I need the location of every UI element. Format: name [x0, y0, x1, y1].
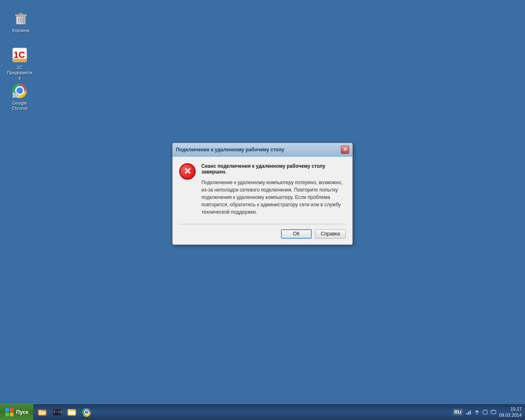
taskbar-explorer-icon[interactable] — [35, 405, 49, 419]
taskbar: Пуск C:\>_ — [0, 404, 525, 420]
clock-time: 15:17 — [510, 406, 522, 412]
explorer-icon — [37, 407, 47, 417]
tray-icon-2[interactable] — [482, 409, 488, 415]
start-button[interactable]: Пуск — [0, 404, 34, 420]
dialog-body: ✕ Сеанс подключения к удаленному рабочем… — [173, 157, 352, 222]
tray-network-icon[interactable] — [466, 409, 472, 415]
svg-rect-39 — [491, 411, 496, 414]
svg-point-32 — [85, 411, 88, 414]
tray-icon-3[interactable] — [490, 409, 497, 415]
clock-date: 09.03.2014 — [499, 412, 522, 418]
dialog-title: Подключение к удаленному рабочему столу — [176, 147, 284, 153]
taskbar-right: RU — [450, 406, 525, 418]
taskbar-cmd-icon[interactable]: C:\>_ — [50, 405, 64, 419]
svg-rect-29 — [68, 411, 75, 415]
svg-rect-33 — [466, 413, 468, 415]
dialog-close-button[interactable]: ✕ — [341, 146, 349, 154]
system-tray — [466, 409, 497, 415]
svg-rect-28 — [68, 409, 71, 411]
taskbar-chrome-icon[interactable] — [80, 405, 94, 419]
clock[interactable]: 15:17 09.03.2014 — [499, 406, 522, 418]
tray-arrow-icon[interactable] — [474, 409, 480, 415]
language-indicator[interactable]: RU — [453, 409, 463, 416]
dialog-separator — [179, 224, 346, 224]
help-button[interactable]: Справка — [315, 229, 346, 239]
svg-rect-21 — [10, 413, 14, 416]
taskbar-filemanager-icon[interactable] — [65, 405, 79, 419]
dialog-titlebar: Подключение к удаленному рабочему столу … — [173, 143, 352, 157]
svg-text:C:\>_: C:\>_ — [54, 410, 62, 414]
svg-rect-37 — [483, 410, 487, 414]
dialog-main-text: Сеанс подключения к удаленному рабочему … — [201, 163, 346, 175]
svg-rect-40 — [492, 410, 495, 411]
error-icon: ✕ — [179, 163, 196, 180]
svg-rect-23 — [38, 410, 42, 411]
svg-rect-19 — [10, 408, 14, 412]
dialog-buttons: ОК Справка — [173, 229, 352, 244]
svg-rect-24 — [39, 411, 46, 415]
start-label: Пуск — [16, 409, 28, 415]
dialog-icon-area: ✕ — [179, 163, 196, 216]
svg-rect-35 — [470, 411, 471, 415]
svg-rect-20 — [5, 413, 9, 416]
ok-button[interactable]: ОК — [281, 229, 312, 239]
dialog-overlay: Подключение к удаленному рабочему столу … — [0, 0, 525, 387]
rdp-error-dialog: Подключение к удаленному рабочему столу … — [172, 143, 353, 245]
svg-rect-34 — [468, 412, 469, 415]
svg-rect-18 — [5, 408, 9, 412]
taskbar-quick-launch: C:\>_ — [34, 405, 450, 419]
desktop: Корзина 1С 1С Предприятие — [0, 0, 525, 404]
svg-marker-36 — [475, 410, 479, 415]
dialog-sub-text: Подключение к удаленному компьютеру поте… — [201, 179, 346, 216]
dialog-text-area: Сеанс подключения к удаленному рабочему … — [201, 163, 346, 216]
windows-logo-icon — [5, 408, 14, 417]
